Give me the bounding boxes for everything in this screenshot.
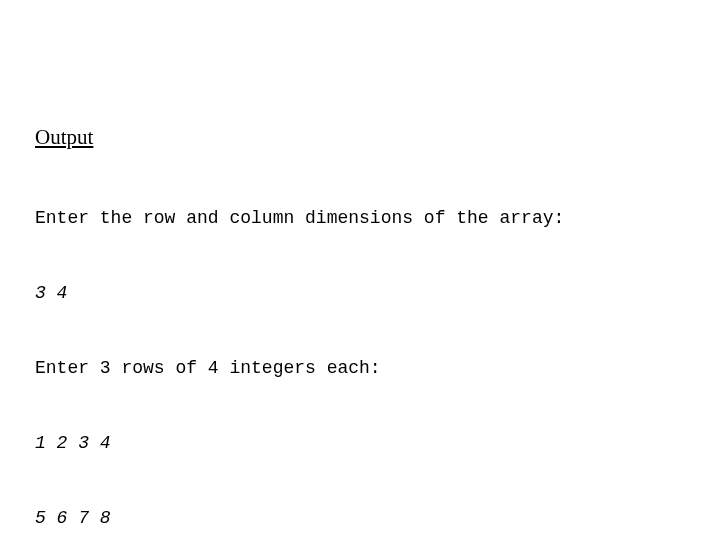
output-line: Enter 3 rows of 4 integers each: (35, 356, 685, 381)
document-container: Output Enter the row and column dimensio… (0, 0, 720, 540)
input-line: 1 2 3 4 (35, 431, 685, 456)
console-output: Enter the row and column dimensions of t… (35, 156, 685, 540)
input-line: 3 4 (35, 281, 685, 306)
input-line: 5 6 7 8 (35, 506, 685, 531)
section-heading: Output (35, 125, 685, 150)
output-line: Enter the row and column dimensions of t… (35, 206, 685, 231)
